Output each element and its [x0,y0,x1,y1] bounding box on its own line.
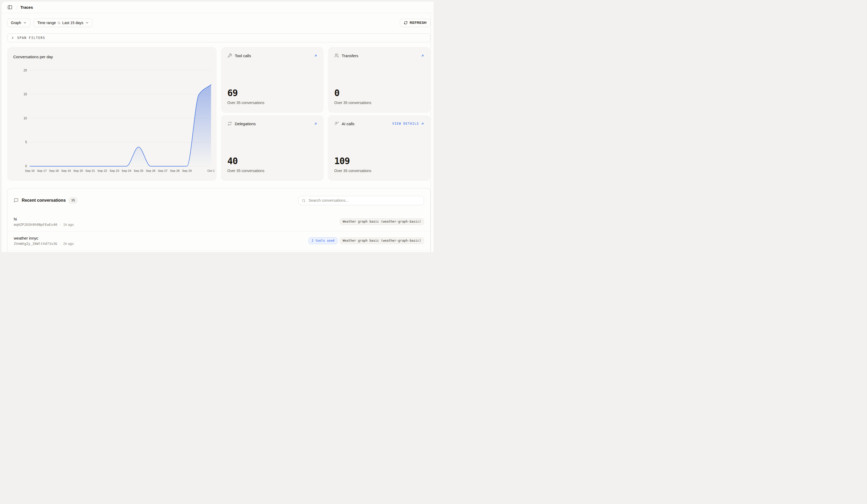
sidebar-toggle-button[interactable] [6,3,14,11]
agent-badge: Weather graph basic (weather-graph-basic… [340,237,424,244]
svg-text:15: 15 [23,93,27,96]
stat-value: 69 [227,88,317,97]
arrow-up-right-icon [314,122,317,126]
filter-toolbar: Graph Time range is Last 15 days REFRESH [7,19,431,27]
conversation-badges: 2 tools usedWeather graph basic (weather… [309,237,424,244]
stat-card: Tool calls 69 Over 35 conversations [221,47,324,113]
refresh-button[interactable]: REFRESH [400,19,431,27]
agent-badge: Weather graph basic (weather-graph-basic… [340,218,424,225]
view-details-link[interactable] [312,122,317,126]
view-details-label: VIEW DETAILS [392,122,419,126]
stat-card-title: Tool calls [235,53,251,58]
stat-card-title: Delegations [235,121,256,126]
top-bar: Traces [2,2,434,13]
search-box [298,196,424,205]
svg-text:Sep 24: Sep 24 [122,169,131,172]
conversation-id: mqHZP2EGh9h9BpFEwEs40 [14,223,57,227]
svg-text:Sep 29: Sep 29 [182,169,192,172]
svg-text:Sep 23: Sep 23 [109,169,119,172]
svg-text:Sep 17: Sep 17 [37,169,46,172]
stat-subtitle: Over 35 conversations [334,100,424,105]
stat-subtitle: Over 35 conversations [227,100,317,105]
conversation-count-badge: 35 [69,197,77,204]
stat-card-title: Transfers [342,53,358,58]
svg-text:Sep 27: Sep 27 [158,169,168,172]
meta-separator: · [60,223,61,227]
chevron-down-icon [23,21,27,25]
conversation-list: hi mqHZP2EGh9h9BpFEwEs40 · 1h ago Weathe… [8,212,430,250]
main-content: Graph Time range is Last 15 days REFRESH [2,19,434,252]
svg-text:Sep 21: Sep 21 [85,169,95,172]
stat-card: AI calls VIEW DETAILS 109 Over 35 conver… [328,115,431,181]
conversation-id: ZVeWXgZy_Z6WltVd73s3G [14,242,57,246]
refresh-icon [404,21,408,25]
conversation-time: 2h ago [63,242,74,246]
svg-text:10: 10 [23,117,27,120]
search-icon [302,199,306,203]
span-filters-label: SPAN FILTERS [17,36,45,40]
arrow-up-right-icon [421,122,424,126]
conversation-title: weather innyc [14,236,74,240]
conversation-row[interactable]: hi mqHZP2EGh9h9BpFEwEs40 · 1h ago Weathe… [8,212,430,231]
view-details-link[interactable]: VIEW DETAILS [392,122,424,126]
stat-value: 0 [334,88,424,97]
conversation-row[interactable]: weather innyc ZVeWXgZy_Z6WltVd73s3G · 2h… [8,231,430,250]
svg-text:5: 5 [25,140,27,144]
svg-text:Sep 26: Sep 26 [146,169,156,172]
chevron-right-icon [11,36,14,40]
conversations-per-day-card: Conversations per day 05101520Sep 16Sep … [7,47,216,181]
svg-text:Sep 16: Sep 16 [25,169,34,172]
time-range-filter[interactable]: Time range is Last 15 days [34,19,93,27]
svg-text:Sep 28: Sep 28 [170,169,180,172]
arrow-up-right-icon [421,54,424,57]
svg-text:Sep 25: Sep 25 [133,169,143,172]
refresh-button-label: REFRESH [410,21,427,25]
span-filters-toggle[interactable]: SPAN FILTERS [7,33,431,42]
graph-dropdown[interactable]: Graph [7,19,30,27]
time-range-field-label: Time range [37,21,56,25]
stat-subtitle: Over 35 conversations [227,169,317,173]
svg-text:Sep 19: Sep 19 [61,169,71,172]
wrench-icon [227,53,232,58]
time-range-operator: is [58,21,60,25]
tools-used-badge: 2 tools used [309,237,338,244]
view-details-link[interactable] [419,54,424,57]
svg-text:Sep 20: Sep 20 [73,169,83,172]
conversation-badges: Weather graph basic (weather-graph-basic… [340,218,424,225]
svg-text:Oct 1: Oct 1 [207,169,215,172]
recent-conversations-title: Recent conversations [22,198,66,203]
header-divider [17,5,17,10]
conversations-chart: 05101520Sep 16Sep 17Sep 18Sep 19Sep 20Se… [7,47,216,181]
message-square-icon [14,198,19,203]
recent-conversations-header: Recent conversations 35 [8,189,430,212]
page-title: Traces [20,5,33,10]
stat-value: 40 [227,157,317,165]
stat-card: Transfers 0 Over 35 conversations [328,47,431,113]
swap-arrows-icon [227,121,232,126]
users-icon [334,53,339,58]
stat-cards-grid: Tool calls 69 Over 35 conversations Tran… [221,47,431,181]
svg-text:0: 0 [25,164,27,168]
search-input[interactable] [308,198,420,203]
view-details-link[interactable] [312,54,317,57]
graph-dropdown-label: Graph [11,21,21,25]
stat-subtitle: Over 35 conversations [334,169,424,173]
stat-card: Delegations 40 Over 35 conversations [221,115,324,181]
sparkles-icon [334,121,339,126]
stat-value: 109 [334,157,424,165]
dashboard: Conversations per day 05101520Sep 16Sep … [7,47,431,181]
chevron-down-icon [85,21,89,25]
conversation-title: hi [14,217,74,221]
meta-separator: · [60,242,61,246]
arrow-up-right-icon [314,54,317,57]
conversation-time: 1h ago [63,223,74,227]
svg-text:20: 20 [23,68,27,72]
app-panel: Traces Graph Time range is Last 15 days [2,2,434,252]
recent-conversations-card: Recent conversations 35 hi mqHZP2EGh9h9B… [7,188,431,252]
panel-left-icon [8,5,12,10]
svg-text:Sep 22: Sep 22 [97,169,107,172]
time-range-value: Last 15 days [62,21,83,25]
stat-card-title: AI calls [342,121,354,126]
svg-text:Sep 18: Sep 18 [49,169,59,172]
